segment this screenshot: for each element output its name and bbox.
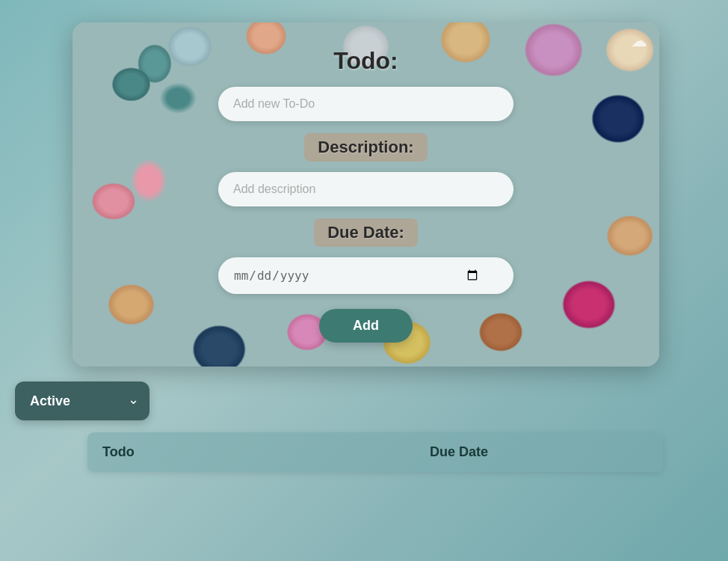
add-button[interactable]: Add: [319, 309, 413, 343]
table-header-todo: Todo: [102, 444, 430, 460]
app-title: Todo:: [333, 47, 398, 75]
todo-input[interactable]: [218, 87, 513, 121]
table-header-due-date: Due Date: [430, 444, 648, 460]
filter-select[interactable]: Active Completed All: [15, 381, 149, 420]
description-input[interactable]: [218, 172, 513, 206]
due-date-label: Due Date:: [314, 218, 418, 247]
hero-card: ☁ Todo: Description: Due Date: Add: [73, 22, 659, 367]
filter-dropdown-wrapper: Active Completed All: [15, 381, 149, 420]
bottom-section: Active Completed All Todo Due Date: [0, 381, 728, 472]
table-header: Todo Due Date: [87, 432, 663, 472]
main-container: ☁ Todo: Description: Due Date: Add Activ…: [0, 0, 728, 561]
table-container: Todo Due Date: [87, 432, 663, 472]
date-input-wrapper: [218, 257, 513, 294]
form-area: Todo: Description: Due Date: Add: [73, 22, 659, 367]
description-label: Description:: [304, 133, 427, 162]
due-date-input[interactable]: [218, 257, 513, 294]
